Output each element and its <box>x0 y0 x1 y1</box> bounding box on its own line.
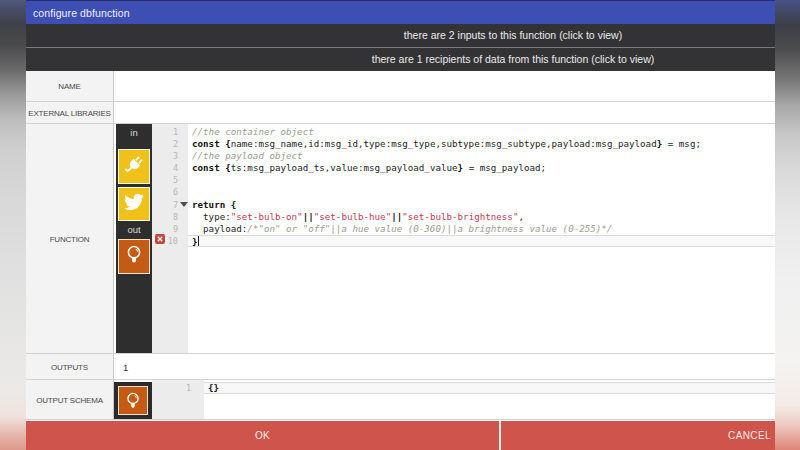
bulb-icon <box>118 386 148 415</box>
function-row: FUNCTION in <box>26 124 775 354</box>
code-line-4: const {ts:msg_payload_ts,value:msg_paylo… <box>188 162 775 174</box>
dialog-titlebar: configure dbfunction <box>26 0 775 24</box>
name-input[interactable] <box>115 71 775 101</box>
configure-dialog: configure dbfunction there are 2 inputs … <box>26 0 775 450</box>
dialog-title: configure dbfunction <box>33 7 130 19</box>
output-schema-node[interactable] <box>114 382 152 419</box>
output-schema-label-cell: OUTPUT SCHEMA <box>26 380 114 419</box>
external-libraries-label-cell: EXTERNAL LIBRARIES <box>26 102 114 123</box>
bulb-icon <box>124 244 144 270</box>
input-node-twitter[interactable] <box>118 187 150 221</box>
output-schema-row: OUTPUT SCHEMA 1 {} <box>26 380 775 420</box>
gutter-line-3: 3 <box>152 150 188 162</box>
text-cursor <box>198 236 200 246</box>
outputs-input[interactable]: 1 <box>115 354 775 379</box>
right-edge-blur <box>775 0 800 450</box>
inputs-info-label: there are 2 inputs to this function (cli… <box>404 29 622 41</box>
node-io-strip: in <box>116 124 152 353</box>
output-schema-editor[interactable]: 1 {} <box>152 380 775 419</box>
twitter-icon <box>124 192 144 216</box>
schema-editor-code: {} <box>204 380 775 419</box>
recipients-info-bar[interactable]: there are 1 recipients of data from this… <box>26 48 775 71</box>
code-line-1: //the container object <box>188 126 775 138</box>
inputs-info-bar[interactable]: there are 2 inputs to this function (cli… <box>26 24 775 47</box>
left-edge-blur <box>0 0 26 450</box>
code-line-1: {} <box>204 382 775 394</box>
gutter-line-5: 5 <box>152 174 188 186</box>
name-label: NAME <box>26 82 113 91</box>
schema-editor-gutter: 1 <box>152 380 204 419</box>
name-row: NAME <box>26 71 775 102</box>
gutter-line-10: 10 <box>152 235 188 247</box>
error-annotation-icon[interactable] <box>155 234 165 244</box>
code-line-6 <box>188 186 775 198</box>
gutter-line-7: 7 <box>152 199 188 211</box>
name-label-cell: NAME <box>26 71 114 101</box>
screen: configure dbfunction there are 2 inputs … <box>0 0 800 450</box>
editor-gutter: 12345678910 <box>152 124 188 353</box>
outputs-label-cell: OUTPUTS <box>26 354 114 379</box>
external-libraries-input[interactable] <box>115 102 775 123</box>
dialog-footer: OK CANCEL <box>26 421 775 450</box>
ok-button[interactable]: OK <box>26 421 499 450</box>
editor-code: //the container objectconst {name:msg_na… <box>188 124 775 353</box>
function-label-cell: FUNCTION <box>26 124 114 353</box>
function-label: FUNCTION <box>26 234 113 243</box>
code-line-5 <box>188 174 775 186</box>
code-line-2: const {name:msg_name,id:msg_id,type:msg_… <box>188 138 775 150</box>
input-node-plug[interactable] <box>118 149 150 184</box>
gutter-line-8: 8 <box>152 211 188 223</box>
output-node-bulb[interactable] <box>118 239 150 274</box>
code-line-8: type:"set-bulb-on"||"set-bulb-hue"||"set… <box>188 211 775 223</box>
code-line-3: //the payload object <box>188 150 775 162</box>
code-line-7: return { <box>188 199 775 211</box>
external-libraries-label: EXTERNAL LIBRARIES <box>26 108 113 117</box>
in-label: in <box>116 127 152 138</box>
outputs-value: 1 <box>123 361 128 372</box>
gutter-line-2: 2 <box>152 138 188 150</box>
gutter-line-4: 4 <box>152 162 188 174</box>
gutter-line-1: 1 <box>152 126 188 138</box>
outputs-row: OUTPUTS 1 <box>26 354 775 380</box>
gutter-line-6: 6 <box>152 186 188 198</box>
fold-arrow-icon[interactable] <box>180 202 188 207</box>
function-code-editor[interactable]: 12345678910 //the container objectconst … <box>152 124 775 353</box>
outputs-label: OUTPUTS <box>26 362 113 371</box>
recipients-info-label: there are 1 recipients of data from this… <box>372 53 654 65</box>
plug-icon <box>123 154 145 180</box>
output-schema-label: OUTPUT SCHEMA <box>26 395 113 404</box>
code-line-9: payload:/*"on" or "off"||a hue value (0-… <box>188 223 775 235</box>
gutter-line-1: 1 <box>152 382 204 394</box>
external-libraries-row: EXTERNAL LIBRARIES <box>26 102 775 124</box>
cancel-button[interactable]: CANCEL <box>501 421 775 450</box>
code-line-10: } <box>188 235 775 247</box>
out-label: out <box>116 224 152 235</box>
